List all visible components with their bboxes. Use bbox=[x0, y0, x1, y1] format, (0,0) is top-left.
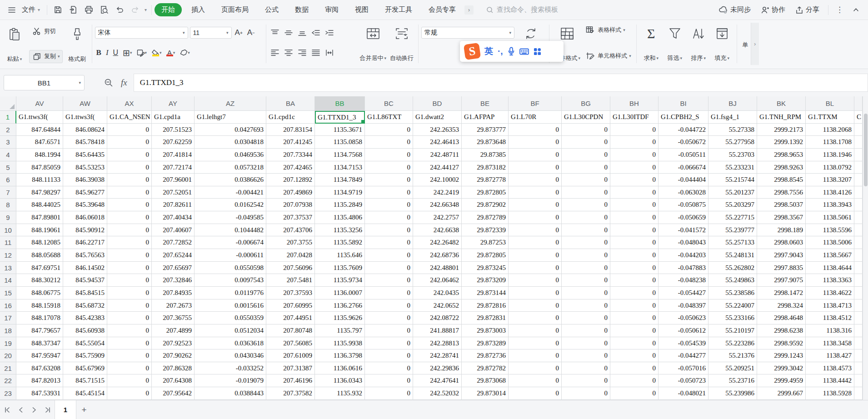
cell[interactable]: 2998.8545 bbox=[757, 174, 806, 186]
cell[interactable]: 0.0097543 bbox=[195, 274, 266, 287]
cell[interactable]: 1138.4442 bbox=[806, 374, 854, 387]
cell[interactable]: 207.36755 bbox=[152, 312, 195, 324]
cell[interactable]: 0.0550359 bbox=[195, 312, 266, 324]
format-painter-button[interactable]: 格式刷 bbox=[65, 24, 89, 65]
cell[interactable]: 1135.9734 bbox=[315, 274, 365, 287]
cell[interactable]: 0 bbox=[509, 136, 562, 149]
cell[interactable]: 207.41814 bbox=[152, 149, 195, 161]
column-header-AW[interactable]: AW bbox=[63, 96, 107, 111]
cell[interactable]: 0 bbox=[509, 312, 562, 324]
cell[interactable]: 207.82611 bbox=[152, 199, 195, 211]
kebab-menu-icon[interactable]: ⋮ bbox=[833, 5, 846, 15]
cell[interactable]: 207.95642 bbox=[152, 387, 195, 400]
cell[interactable]: 55.239986 bbox=[708, 387, 757, 400]
cell[interactable]: 0 bbox=[365, 324, 413, 337]
cell[interactable]: 0 bbox=[509, 374, 562, 387]
cell[interactable] bbox=[854, 174, 863, 186]
cell[interactable]: 1138.2068 bbox=[806, 124, 854, 136]
cell[interactable]: 207.86328 bbox=[152, 362, 195, 375]
cell[interactable]: 0 bbox=[509, 174, 562, 186]
cell[interactable]: 0 bbox=[365, 299, 413, 312]
cell[interactable]: 847.82013 bbox=[16, 374, 63, 387]
cell[interactable]: 1138.5928 bbox=[806, 387, 854, 400]
export-button[interactable] bbox=[65, 3, 81, 17]
cell[interactable]: 0 bbox=[562, 387, 610, 400]
copy-button[interactable]: 复制▾ bbox=[29, 50, 63, 63]
next-sheet-button[interactable] bbox=[27, 404, 41, 416]
cell[interactable] bbox=[854, 362, 863, 375]
sogou-ime-bar[interactable]: S 英 ·, bbox=[460, 41, 564, 62]
tab-1[interactable]: 插入 bbox=[185, 3, 212, 16]
cell[interactable] bbox=[854, 161, 863, 174]
cell[interactable]: -0.047883 bbox=[658, 262, 708, 274]
cell[interactable] bbox=[854, 236, 863, 249]
cell[interactable]: 0.0119776 bbox=[195, 287, 266, 299]
cell[interactable]: 0 bbox=[509, 224, 562, 237]
cell[interactable]: 2997.9075 bbox=[757, 274, 806, 287]
cell[interactable]: 0 bbox=[562, 236, 610, 249]
cell[interactable]: 0 bbox=[365, 262, 413, 274]
cell[interactable]: 0 bbox=[610, 362, 658, 375]
cell[interactable]: 242.47641 bbox=[413, 374, 462, 387]
cell[interactable]: G1.fsg4_1 bbox=[708, 111, 757, 124]
cell[interactable]: G1.TTXM bbox=[806, 111, 854, 124]
align-right-button[interactable] bbox=[296, 48, 308, 57]
cell[interactable]: 29.873068 bbox=[462, 374, 509, 387]
row-header-14[interactable]: 14 bbox=[0, 274, 16, 287]
cell[interactable]: 1138.427 bbox=[806, 349, 854, 362]
cell[interactable]: 845.78418 bbox=[63, 136, 107, 149]
cell[interactable]: 0 bbox=[610, 161, 658, 174]
italic-button[interactable]: I bbox=[105, 47, 110, 58]
cell[interactable]: 0.0386626 bbox=[195, 174, 266, 186]
cell[interactable]: 0 bbox=[610, 149, 658, 161]
cell[interactable]: 55.23703 bbox=[708, 149, 757, 161]
cell[interactable]: 0 bbox=[107, 374, 152, 387]
cell[interactable]: 0 bbox=[365, 161, 413, 174]
cell[interactable]: 847.63208 bbox=[16, 362, 63, 375]
cell[interactable]: 1135.797 bbox=[315, 324, 365, 337]
decrease-font-button[interactable]: A− bbox=[246, 27, 256, 38]
cell[interactable] bbox=[854, 124, 863, 136]
cell[interactable]: -0.048397 bbox=[658, 299, 708, 312]
cell[interactable]: 848.19061 bbox=[16, 224, 63, 237]
formula-input[interactable]: G1.TTXD1_3 bbox=[134, 74, 868, 92]
cell[interactable]: 207.31387 bbox=[266, 362, 315, 375]
vertical-scrollbar[interactable] bbox=[863, 96, 868, 400]
zoom-formula-icon[interactable] bbox=[103, 77, 115, 88]
column-header-AZ[interactable]: AZ bbox=[195, 96, 266, 111]
table-style-button[interactable]: 表格样式▾ bbox=[582, 24, 634, 36]
cell[interactable]: 242.26353 bbox=[413, 124, 462, 136]
cell[interactable]: G1.CPBH2_S bbox=[658, 111, 708, 124]
cell[interactable]: 846.06018 bbox=[63, 211, 107, 224]
cell[interactable]: 0 bbox=[562, 324, 610, 337]
column-header-partial[interactable] bbox=[854, 96, 863, 111]
cell[interactable]: 0 bbox=[365, 174, 413, 186]
cell[interactable]: 0 bbox=[610, 124, 658, 136]
cell[interactable]: 207.40434 bbox=[152, 211, 195, 224]
tab-5[interactable]: 审阅 bbox=[318, 3, 345, 16]
cell[interactable]: 0 bbox=[610, 186, 658, 199]
fill-button[interactable]: 填充▾ bbox=[710, 23, 734, 64]
print-button[interactable] bbox=[81, 3, 96, 17]
cell[interactable]: 0 bbox=[509, 362, 562, 375]
cell[interactable]: 1138.5006 bbox=[806, 236, 854, 249]
cell[interactable]: 55.233166 bbox=[708, 312, 757, 324]
cell[interactable]: 0 bbox=[509, 161, 562, 174]
sync-status[interactable]: 未同步 bbox=[714, 3, 755, 17]
cell[interactable]: 1136.3798 bbox=[315, 349, 365, 362]
cell[interactable]: 29.872778 bbox=[462, 174, 509, 186]
cell[interactable]: 0 bbox=[610, 199, 658, 211]
cell[interactable]: 0 bbox=[562, 249, 610, 262]
tab-2[interactable]: 页面布局 bbox=[215, 3, 255, 16]
cell[interactable]: 847.6571 bbox=[16, 136, 63, 149]
cell[interactable]: 2998.324 bbox=[757, 299, 806, 312]
cell[interactable]: 1134.7849 bbox=[315, 174, 365, 186]
cell[interactable]: 2998.9263 bbox=[757, 161, 806, 174]
cell[interactable]: 29.873014 bbox=[462, 387, 509, 400]
cell[interactable]: G1.ttws3f( bbox=[16, 111, 63, 124]
cell[interactable]: 0 bbox=[562, 362, 610, 375]
cell[interactable]: 2999.3042 bbox=[757, 362, 806, 375]
cell[interactable]: 207.42465 bbox=[266, 161, 315, 174]
select-all-corner[interactable] bbox=[0, 96, 16, 111]
cell[interactable]: -0.006674 bbox=[195, 236, 266, 249]
